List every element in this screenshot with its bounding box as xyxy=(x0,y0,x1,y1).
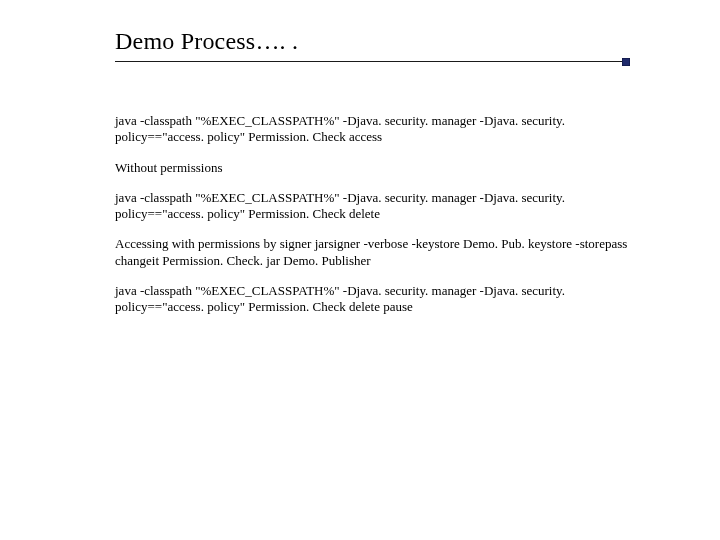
slide-body: java -classpath "%EXEC_CLASSPATH%" -Djav… xyxy=(115,113,630,315)
title-row: Demo Process…. . xyxy=(115,28,630,55)
slide-title: Demo Process…. . xyxy=(115,28,298,55)
title-rule xyxy=(115,61,630,75)
paragraph: java -classpath "%EXEC_CLASSPATH%" -Djav… xyxy=(115,113,630,146)
paragraph: java -classpath "%EXEC_CLASSPATH%" -Djav… xyxy=(115,190,630,223)
paragraph: Accessing with permissions by signer jar… xyxy=(115,236,630,269)
paragraph: java -classpath "%EXEC_CLASSPATH%" -Djav… xyxy=(115,283,630,316)
paragraph: Without permissions xyxy=(115,160,630,176)
slide: Demo Process…. . java -classpath "%EXEC_… xyxy=(0,0,720,540)
